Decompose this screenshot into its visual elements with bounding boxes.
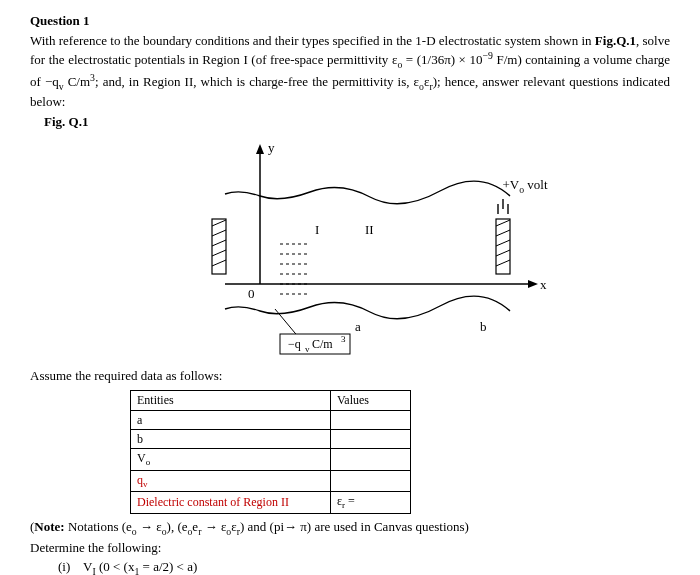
svg-marker-1 (256, 144, 264, 154)
assume-line: Assume the required data as follows: (30, 367, 670, 385)
th-entities: Entities (131, 391, 331, 410)
part-i: (i) VI (0 < (x1 = a/2) < a) (58, 558, 670, 575)
svg-rect-4 (212, 219, 226, 274)
svg-text:C/m: C/m (312, 337, 333, 351)
svg-rect-10 (496, 219, 510, 274)
question-paragraph: With reference to the boundary condition… (30, 32, 670, 111)
row-qv: qv (131, 470, 331, 492)
data-table: Entities Values a b Vo qv Dielectric con… (130, 390, 670, 513)
figure: y x 0 I II a b (30, 134, 670, 369)
row-b: b (131, 429, 331, 448)
point-a: a (355, 319, 361, 334)
determine-title: Determine the following: (30, 539, 670, 557)
question-title: Question 1 (30, 12, 670, 30)
note-line: (Note: Notations (eo → εo), (eoer → εoεr… (30, 518, 670, 538)
y-axis-label: y (268, 140, 275, 155)
origin-label: 0 (248, 286, 255, 301)
row-a: a (131, 410, 331, 429)
voltage-label: +Vo volt (485, 176, 560, 196)
svg-marker-3 (528, 280, 538, 288)
x-axis-label: x (540, 277, 547, 292)
figure-label: Fig. Q.1 (44, 113, 670, 131)
charge-label: −q (288, 337, 301, 351)
svg-text:v: v (305, 344, 310, 354)
svg-text:3: 3 (341, 334, 346, 344)
row-vo: Vo (131, 449, 331, 471)
parts-list: (i) VI (0 < (x1 = a/2) < a) (ii) VII (a … (58, 558, 670, 575)
region-1-label: I (315, 222, 319, 237)
point-b: b (480, 319, 487, 334)
th-values: Values (331, 391, 411, 410)
row-dielectric-val: εr = (331, 492, 411, 514)
row-dielectric: Dielectric constant of Region II (131, 492, 331, 514)
region-2-label: II (365, 222, 374, 237)
